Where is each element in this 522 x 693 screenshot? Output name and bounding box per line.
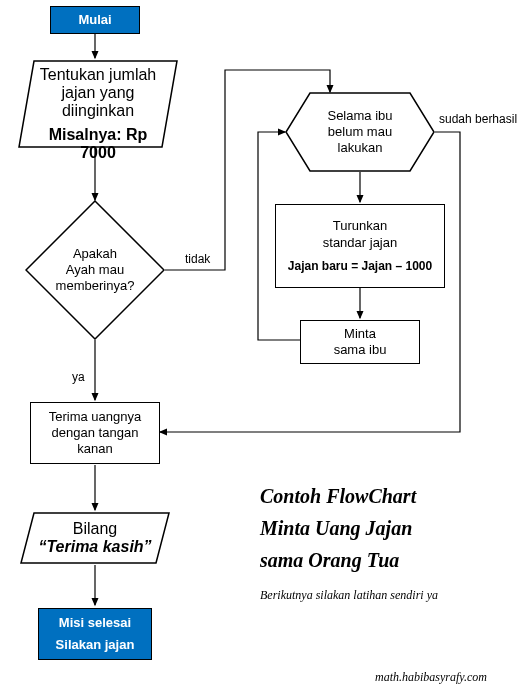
step-minta-ibu: Minta sama ibu — [300, 320, 420, 364]
minta-l1: Minta — [344, 326, 376, 342]
decision-l3: memberinya? — [56, 278, 135, 294]
decision-l1: Apakah — [56, 246, 135, 262]
minta-l2: sama ibu — [334, 342, 387, 358]
step-turunkan: Turunkan standar jajan Jajan baru = Jaja… — [275, 204, 445, 288]
label-ya: ya — [72, 370, 85, 384]
bilang-l2: “Terima kasih” — [38, 538, 152, 556]
end-l2: Silakan jajan — [56, 637, 135, 653]
loop-c2: belum mau — [327, 124, 392, 140]
loop-c3: lakukan — [327, 140, 392, 156]
bilang-l1: Bilang — [38, 520, 152, 538]
title-l2: Minta Uang Jajan — [260, 512, 416, 544]
input-line2: jajan yang — [32, 84, 164, 102]
loop-condition: Selama ibu belum mau lakukan — [285, 92, 435, 172]
input-jajan: Tentukan jumlah jajan yang diinginkan Mi… — [18, 60, 178, 148]
decision-l2: Ayah mau — [56, 262, 135, 278]
title-l1: Contoh FlowChart — [260, 480, 416, 512]
turunkan-l2: standar jajan — [323, 235, 397, 251]
terima-l2: dengan tangan — [52, 425, 139, 441]
diagram-footer: math.habibasyrafy.com — [375, 670, 487, 685]
label-sudah-berhasil: sudah berhasil — [439, 112, 517, 126]
title-l3: sama Orang Tua — [260, 544, 416, 576]
end-l1: Misi selesai — [59, 615, 131, 631]
turunkan-formula: Jajan baru = Jajan – 1000 — [288, 259, 432, 274]
start-label: Mulai — [78, 12, 111, 28]
diagram-subtitle: Berikutnya silakan latihan sendiri ya — [260, 588, 438, 603]
terima-l1: Terima uangnya — [49, 409, 142, 425]
input-example-label: Misalnya: — [49, 126, 122, 143]
step-terima: Terima uangnya dengan tangan kanan — [30, 402, 160, 464]
terima-l3: kanan — [77, 441, 112, 457]
label-tidak: tidak — [185, 252, 210, 266]
start-terminal: Mulai — [50, 6, 140, 34]
turunkan-l1: Turunkan — [333, 218, 387, 234]
diagram-title: Contoh FlowChart Minta Uang Jajan sama O… — [260, 480, 416, 576]
decision-ayah: Apakah Ayah mau memberinya? — [25, 200, 165, 340]
output-bilang: Bilang “Terima kasih” — [20, 512, 170, 564]
input-line1: Tentukan jumlah — [32, 66, 164, 84]
loop-c1: Selama ibu — [327, 108, 392, 124]
end-terminal: Misi selesai Silakan jajan — [38, 608, 152, 660]
input-line3: diinginkan — [32, 102, 164, 120]
